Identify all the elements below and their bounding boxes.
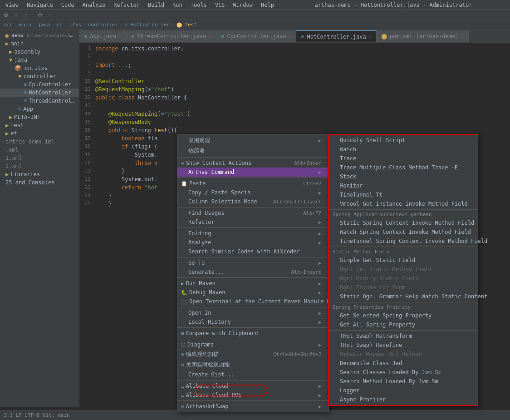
toolbar-btn-settings[interactable]: ⚙ (36, 11, 44, 19)
menu-tools[interactable]: Tools (187, 1, 211, 9)
ctx-item-search-similar[interactable]: Search Similar Codes with AiXcoder (177, 247, 329, 256)
ctx-item-redeployment[interactable]: 热部署 (177, 146, 329, 156)
tab-hot-close[interactable]: × (369, 34, 372, 39)
ctx-right-timetunnel[interactable]: TimeTunnel Tt (329, 190, 477, 199)
sidebar-project-name[interactable]: ■ demo G:\dev\example\arthas- (0, 32, 79, 40)
sidebar-consoles[interactable]: 25 and Consoles (0, 178, 79, 187)
ctx-item-generate[interactable]: Generate... Alt+Insert (177, 267, 329, 277)
sidebar-metainf[interactable]: ▶META-INF (0, 113, 79, 121)
ctx-right-hotswap-retransform[interactable]: (Hot Swap) Retransform (329, 331, 477, 341)
ctx-right-ognl-invoke-enum[interactable]: Ognl Invoke for Enum (329, 283, 477, 292)
sidebar-xml2[interactable]: 1.xml (0, 154, 79, 162)
ctx-right-ognl-get-static[interactable]: Ognl Get Static Method Field (329, 265, 477, 274)
ctx-item-show-context[interactable]: ⊙Show Context Actions Alt+Enter (177, 158, 329, 168)
ctx-right-search-classes-jvm[interactable]: Search Classes Loaded By Jvm Sc (329, 368, 477, 377)
tab-app[interactable]: ⊙ App.java × (79, 30, 127, 42)
sidebar-cpucontroller[interactable]: ⊙CpuController (0, 80, 79, 89)
sidebar-xml3[interactable]: 2.xml (0, 162, 79, 170)
sidebar-threadcontroller[interactable]: ⊙ThreadController (0, 97, 79, 105)
sidebar-test[interactable]: ▶test (0, 121, 79, 129)
ctx-right-get-all-spring[interactable]: Get All Spring Property (329, 320, 477, 329)
ctx-right-timetunnel-spring[interactable]: TimeTunnel Spring Context Invoke Method … (329, 237, 477, 246)
sidebar-et[interactable]: ▶et (0, 129, 79, 138)
ctx-right-stack[interactable]: Stack (329, 172, 477, 181)
ctx-item-paste[interactable]: 📋Paste Ctrl+V (177, 179, 329, 188)
menu-analyze[interactable]: Analyze (79, 1, 109, 9)
ctx-item-analyze[interactable]: Analyze ▶ (177, 238, 329, 247)
ctx-item-scan[interactable]: ⊙编码规约扫描 Ctrl+Alt+Shift+J (177, 349, 329, 360)
breadcrumb-controller[interactable]: controller (88, 22, 118, 28)
sidebar-main[interactable]: ▶main (0, 40, 79, 48)
ctx-item-open-in[interactable]: Open In ▶ (177, 308, 329, 317)
sidebar-cn-itxs[interactable]: 📦 cn.itxs (0, 64, 79, 72)
ctx-item-yingyong[interactable]: 应用观观 ▶ (177, 135, 329, 146)
ctx-right-logger[interactable]: Logger (329, 386, 477, 395)
ctx-right-monitor[interactable]: Monitor (329, 181, 477, 190)
ctx-item-goto[interactable]: Go To ▶ (177, 258, 329, 267)
ctx-item-create-gist[interactable]: Create Gist... (177, 370, 329, 379)
ctx-right-search-method-jvm[interactable]: Search Method Loaded By Jvm Sm (329, 377, 477, 386)
tab-hotcontroller[interactable]: ⊙ HotController.java × (296, 30, 376, 42)
breadcrumb-hotcontroller[interactable]: ⊙ HotController (125, 22, 170, 28)
toolbar-btn-minus[interactable]: − (46, 11, 54, 19)
ctx-item-open-terminal[interactable]: ⬛Open Terminal at the Current Maven Modu… (177, 297, 329, 306)
breadcrumb-src[interactable]: src (4, 22, 13, 28)
ctx-right-trace[interactable]: Trace (329, 154, 477, 163)
ctx-right-simple-get-static[interactable]: Simple Get Static Field (329, 256, 477, 265)
tab-pom[interactable]: ⬤ pom.xml (arthas-demo) × (377, 30, 469, 42)
sidebar-libraries[interactable]: ▶Libraries (0, 170, 79, 178)
tab-cpucontroller[interactable]: ⊙ CpuController.java × (216, 30, 296, 42)
ctx-right-vmtool[interactable]: Vmtool Get Instance Invoke Method Field (329, 199, 477, 208)
menu-run[interactable]: Run (169, 1, 186, 9)
ctx-right-watch-spring[interactable]: Watch Spring Context Invoke Method Field (329, 227, 477, 237)
ctx-item-copy-paste-special[interactable]: Copy / Paste Special ▶ (177, 188, 329, 197)
tab-app-close[interactable]: × (119, 34, 122, 39)
ctx-item-arthas-hotswap[interactable]: ⊙ArthasHotSwap ▶ (177, 402, 329, 411)
menu-refactor[interactable]: Refactor (110, 1, 143, 9)
sidebar-assembly[interactable]: ▶assembly (0, 48, 79, 56)
ctx-right-static-ognl-grammar[interactable]: Static Ognl Grammar Help Watch Static Co… (329, 292, 477, 301)
ctx-item-alibaba-cloud-ros[interactable]: ☁Alibaba Cloud ROS ▶ (177, 390, 329, 400)
menu-view[interactable]: View (2, 1, 22, 9)
ctx-right-static-spring[interactable]: Static Spring Context Invoke Method Fiel… (329, 218, 477, 227)
breadcrumb-test[interactable]: ⬤ test (177, 22, 197, 28)
breadcrumb-itxs[interactable]: itxs (69, 22, 82, 28)
toolbar-btn-1[interactable]: ⊕ (2, 11, 10, 19)
menu-help[interactable]: Help (257, 1, 278, 9)
tab-threadcontroller[interactable]: ⊙ ThreadController.java × (127, 30, 216, 42)
tab-thread-close[interactable]: × (209, 34, 211, 39)
menu-code[interactable]: Code (58, 1, 78, 9)
tab-pom-close[interactable]: × (461, 34, 464, 39)
ctx-item-refactor[interactable]: Refactor ▶ (177, 217, 329, 227)
sidebar-controller[interactable]: ▼controller (0, 72, 79, 80)
ctx-right-ognl-modify[interactable]: Ognl Modify Static Field (329, 274, 477, 283)
breadcrumb-main[interactable]: main (20, 22, 32, 28)
toolbar-btn-3[interactable]: ↕ (22, 11, 30, 19)
menu-window[interactable]: Window (230, 1, 256, 9)
ctx-item-local-history[interactable]: Local History ▶ (177, 317, 329, 326)
toolbar-btn-2[interactable]: ≡ (12, 11, 20, 19)
menu-vcs[interactable]: VCS (211, 1, 229, 9)
ctx-item-debug-maven[interactable]: 🐛Debug Maven ▶ (177, 288, 329, 297)
breadcrumb-java[interactable]: java (38, 22, 50, 28)
ctx-right-trace-multiple[interactable]: Trace Multiple Class Method Trace -E (329, 163, 477, 172)
tab-cpu-close[interactable]: × (289, 34, 291, 39)
ctx-item-diagrams[interactable]: ⬡Diagrams ▶ (177, 340, 329, 349)
sidebar-app[interactable]: ⊙App (0, 105, 79, 113)
menu-navigate[interactable]: Navigate (23, 1, 57, 9)
ctx-item-folding[interactable]: Folding ▶ (177, 229, 329, 238)
ctx-item-arthas-command[interactable]: Arthas Command ▶ (177, 168, 329, 177)
breadcrumb-cn[interactable]: cn (57, 22, 63, 28)
ctx-item-close-realtime[interactable]: ⊗关闭实时检观功能 (177, 360, 329, 370)
ctx-right-decompile-jad[interactable]: Decompile Class Jad (329, 359, 477, 368)
sidebar-iml[interactable]: arthas-demo.iml (0, 138, 79, 146)
ctx-item-column-selection[interactable]: Column Selection Mode Alt+Shift+Insert (177, 197, 329, 206)
ctx-item-run-maven[interactable]: ▶Run Maven ▶ (177, 279, 329, 288)
sidebar-hotcontroller[interactable]: ⊙HotController (0, 89, 79, 97)
ctx-item-alibaba-cloud[interactable]: ☁Alibaba Cloud ▶ (177, 381, 329, 390)
ctx-right-watch[interactable]: Watch (329, 145, 477, 154)
ctx-right-mybatis-mapper[interactable]: Mybatis Mapper Xml Reload (329, 350, 477, 359)
ctx-right-get-selected-spring[interactable]: Get Selected Spring Property (329, 311, 477, 320)
ctx-right-hotswap-redefine[interactable]: (Hot Swap) Redefine (329, 341, 477, 350)
ctx-right-quickly-shell[interactable]: Quickly Shell Script (329, 136, 477, 145)
